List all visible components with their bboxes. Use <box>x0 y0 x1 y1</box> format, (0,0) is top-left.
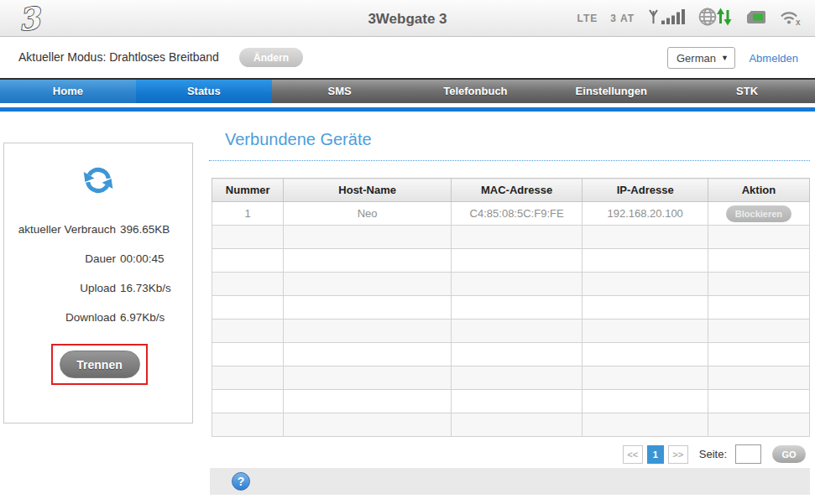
current-page-badge: 1 <box>647 445 664 464</box>
table-row-empty <box>212 343 810 366</box>
table-row-empty <box>212 226 810 249</box>
nav-accent-strip <box>0 107 815 112</box>
stat-value: 6.97Kb/s <box>120 311 192 324</box>
table-row-empty <box>212 413 810 437</box>
page-number-input[interactable] <box>735 444 761 464</box>
stat-label: Dauer <box>4 252 116 265</box>
main-nav: Home Status SMS Telefonbuch Einstellunge… <box>0 78 815 107</box>
col-ip: IP-Adresse <box>583 179 708 202</box>
table-header-row: Nummer Host-Name MAC-Adresse IP-Adresse … <box>212 179 810 202</box>
tab-status[interactable]: Status <box>136 80 272 103</box>
block-button[interactable]: Blockieren <box>726 205 791 222</box>
col-aktion: Aktion <box>708 179 809 202</box>
language-selected-value: German <box>677 52 716 65</box>
tab-home[interactable]: Home <box>0 80 136 103</box>
globe-traffic-icon <box>698 6 734 31</box>
operator-label: 3 AT <box>610 13 635 24</box>
go-button[interactable]: GO <box>772 445 806 463</box>
pagination: << 1 >> Seite: GO <box>623 444 806 464</box>
col-mac: MAC-Adresse <box>451 179 583 202</box>
tab-einstellungen[interactable]: Einstellungen <box>543 80 679 103</box>
stat-value: 16.73Kb/s <box>120 282 192 294</box>
device-table-body: 1 Neo C4:85:08:5C:F9:FE 192.168.20.100 B… <box>212 202 810 437</box>
page-title: Verbundene Geräte <box>225 130 372 149</box>
table-row-empty <box>212 390 810 413</box>
logout-link[interactable]: Abmelden <box>749 52 798 65</box>
network-type-label: LTE <box>577 13 598 24</box>
help-icon[interactable]: ? <box>232 472 250 491</box>
next-page-button[interactable]: >> <box>668 445 688 464</box>
cell-ip: 192.168.20.100 <box>583 202 708 226</box>
table-row-empty <box>212 320 810 343</box>
disconnect-button[interactable]: Trennen <box>60 351 140 378</box>
current-mode-label: Aktueller Modus: Drahtloses Breitband <box>18 50 219 64</box>
heading-divider <box>209 149 810 161</box>
mode-bar: Aktueller Modus: Drahtloses Breitband Än… <box>0 38 815 78</box>
change-mode-button[interactable]: Ändern <box>239 48 303 67</box>
table-row-empty <box>212 296 810 320</box>
col-hostname: Host-Name <box>284 179 451 202</box>
cell-aktion: Blockieren <box>708 202 809 226</box>
wifi-off-icon: x <box>779 8 802 29</box>
cell-mac: C4:85:08:5C:F9:FE <box>451 202 583 226</box>
cell-hostname: Neo <box>284 202 451 226</box>
svg-text:x: x <box>796 18 801 26</box>
page-label: Seite: <box>699 448 727 460</box>
device-table: Nummer Host-Name MAC-Adresse IP-Adresse … <box>212 178 810 437</box>
stat-label: Download <box>4 311 116 324</box>
tab-sms[interactable]: SMS <box>272 80 408 103</box>
cell-nummer: 1 <box>212 202 284 226</box>
stat-label: aktueller Verbrauch <box>4 223 116 236</box>
col-nummer: Nummer <box>212 179 284 202</box>
table-row: 1 Neo C4:85:08:5C:F9:FE 192.168.20.100 B… <box>212 202 810 226</box>
annotation-highlight-box: Trennen <box>51 344 148 385</box>
connection-panel: aktueller Verbrauch 396.65KB Dauer 00:00… <box>3 143 193 423</box>
tab-telefonbuch[interactable]: Telefonbuch <box>407 80 543 103</box>
status-icons: LTE 3 AT <box>577 0 802 37</box>
prev-page-button[interactable]: << <box>623 445 643 464</box>
app-header: 3 3Webgate 3 LTE 3 AT <box>0 0 815 37</box>
connection-stats: aktueller Verbrauch 396.65KB Dauer 00:00… <box>4 223 192 324</box>
sim-card-icon <box>746 10 766 28</box>
tab-stk[interactable]: STK <box>679 80 815 103</box>
chevron-down-icon: ▼ <box>721 54 729 62</box>
stat-label: Upload <box>4 282 116 294</box>
table-row-empty <box>212 366 810 390</box>
stat-value: 396.65KB <box>120 223 192 236</box>
language-select[interactable]: German ▼ <box>667 47 735 69</box>
refresh-icon <box>81 163 116 198</box>
table-row-empty <box>212 249 810 273</box>
footer-bar: ? <box>210 468 810 495</box>
stat-value: 00:00:45 <box>120 252 192 265</box>
signal-strength-icon <box>647 8 686 29</box>
table-row-empty <box>212 273 810 296</box>
